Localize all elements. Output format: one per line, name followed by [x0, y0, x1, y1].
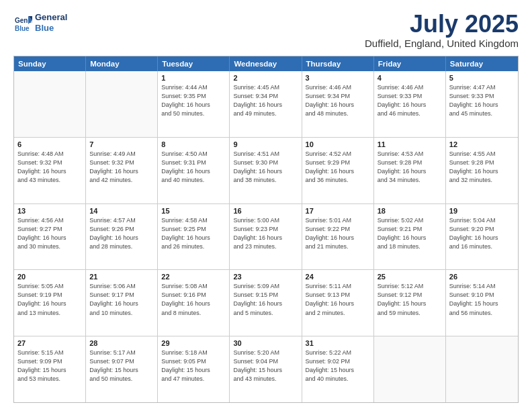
calendar-empty	[374, 336, 446, 402]
logo-icon: General Blue	[13, 13, 32, 32]
calendar-day: 5Sunrise: 4:47 AM Sunset: 9:33 PM Daylig…	[446, 71, 518, 137]
calendar-day: 28Sunrise: 5:17 AM Sunset: 9:07 PM Dayli…	[86, 336, 158, 402]
calendar-day: 25Sunrise: 5:12 AM Sunset: 9:12 PM Dayli…	[374, 270, 446, 336]
calendar-day: 8Sunrise: 4:50 AM Sunset: 9:31 PM Daylig…	[158, 138, 230, 203]
day-details: Sunrise: 4:51 AM Sunset: 9:30 PM Dayligh…	[233, 150, 298, 185]
day-number: 6	[17, 140, 82, 148]
calendar-row: 20Sunrise: 5:05 AM Sunset: 9:19 PM Dayli…	[14, 269, 518, 336]
calendar-day: 19Sunrise: 5:04 AM Sunset: 9:20 PM Dayli…	[446, 204, 518, 270]
day-details: Sunrise: 4:52 AM Sunset: 9:29 PM Dayligh…	[306, 150, 370, 185]
day-number: 2	[233, 74, 298, 82]
day-number: 21	[89, 273, 154, 281]
calendar-row: 6Sunrise: 4:48 AM Sunset: 9:32 PM Daylig…	[14, 137, 518, 203]
day-details: Sunrise: 4:44 AM Sunset: 9:35 PM Dayligh…	[161, 83, 226, 118]
calendar-day: 15Sunrise: 4:58 AM Sunset: 9:25 PM Dayli…	[158, 204, 230, 270]
day-number: 5	[449, 74, 515, 82]
calendar-day: 10Sunrise: 4:52 AM Sunset: 9:29 PM Dayli…	[302, 138, 374, 203]
day-details: Sunrise: 5:17 AM Sunset: 9:07 PM Dayligh…	[89, 349, 154, 383]
day-details: Sunrise: 4:57 AM Sunset: 9:26 PM Dayligh…	[89, 216, 154, 251]
calendar-day: 12Sunrise: 4:55 AM Sunset: 9:28 PM Dayli…	[446, 138, 518, 203]
day-details: Sunrise: 4:50 AM Sunset: 9:31 PM Dayligh…	[161, 150, 226, 185]
day-details: Sunrise: 5:12 AM Sunset: 9:12 PM Dayligh…	[378, 282, 442, 317]
calendar-day: 3Sunrise: 4:46 AM Sunset: 9:34 PM Daylig…	[302, 71, 374, 137]
calendar-day: 13Sunrise: 4:56 AM Sunset: 9:27 PM Dayli…	[14, 204, 86, 270]
day-details: Sunrise: 5:05 AM Sunset: 9:19 PM Dayligh…	[17, 282, 82, 317]
calendar-day: 18Sunrise: 5:02 AM Sunset: 9:21 PM Dayli…	[374, 204, 446, 270]
day-details: Sunrise: 5:09 AM Sunset: 9:15 PM Dayligh…	[233, 282, 298, 317]
day-details: Sunrise: 4:47 AM Sunset: 9:33 PM Dayligh…	[449, 83, 515, 118]
day-number: 14	[89, 207, 154, 215]
weekday-header: Wednesday	[230, 56, 302, 71]
calendar-row: 27Sunrise: 5:15 AM Sunset: 9:09 PM Dayli…	[14, 336, 518, 402]
calendar-day: 17Sunrise: 5:01 AM Sunset: 9:22 PM Dayli…	[302, 204, 374, 270]
calendar-row: 13Sunrise: 4:56 AM Sunset: 9:27 PM Dayli…	[14, 203, 518, 270]
day-details: Sunrise: 5:04 AM Sunset: 9:20 PM Dayligh…	[449, 216, 515, 251]
calendar-day: 6Sunrise: 4:48 AM Sunset: 9:32 PM Daylig…	[14, 138, 86, 203]
day-number: 18	[378, 207, 442, 215]
calendar-day: 4Sunrise: 4:46 AM Sunset: 9:33 PM Daylig…	[374, 71, 446, 137]
day-number: 25	[378, 273, 442, 281]
day-number: 12	[449, 140, 515, 148]
calendar-empty	[446, 336, 518, 402]
location: Duffield, England, United Kingdom	[365, 38, 519, 49]
day-number: 30	[233, 339, 298, 347]
day-number: 17	[306, 207, 370, 215]
calendar-day: 26Sunrise: 5:14 AM Sunset: 9:10 PM Dayli…	[446, 270, 518, 336]
day-number: 1	[161, 74, 226, 82]
calendar-header: SundayMondayTuesdayWednesdayThursdayFrid…	[14, 56, 518, 71]
day-details: Sunrise: 5:02 AM Sunset: 9:21 PM Dayligh…	[378, 216, 442, 251]
title-block: July 2025 Duffield, England, United King…	[365, 12, 519, 49]
calendar: SundayMondayTuesdayWednesdayThursdayFrid…	[13, 56, 519, 403]
day-number: 20	[17, 273, 82, 281]
calendar-day: 16Sunrise: 5:00 AM Sunset: 9:23 PM Dayli…	[230, 204, 302, 270]
day-details: Sunrise: 4:56 AM Sunset: 9:27 PM Dayligh…	[17, 216, 82, 251]
day-number: 29	[161, 339, 226, 347]
calendar-day: 27Sunrise: 5:15 AM Sunset: 9:09 PM Dayli…	[14, 336, 86, 402]
day-details: Sunrise: 5:14 AM Sunset: 9:10 PM Dayligh…	[449, 282, 515, 317]
day-number: 15	[161, 207, 226, 215]
day-details: Sunrise: 4:46 AM Sunset: 9:33 PM Dayligh…	[378, 83, 442, 118]
weekday-header: Friday	[374, 56, 446, 71]
day-number: 3	[306, 74, 370, 82]
calendar-day: 11Sunrise: 4:53 AM Sunset: 9:28 PM Dayli…	[374, 138, 446, 203]
day-number: 22	[161, 273, 226, 281]
calendar-day: 2Sunrise: 4:45 AM Sunset: 9:34 PM Daylig…	[230, 71, 302, 137]
month-title: July 2025	[365, 12, 519, 36]
day-details: Sunrise: 5:22 AM Sunset: 9:02 PM Dayligh…	[306, 349, 370, 383]
day-number: 11	[378, 140, 442, 148]
day-number: 16	[233, 207, 298, 215]
calendar-day: 23Sunrise: 5:09 AM Sunset: 9:15 PM Dayli…	[230, 270, 302, 336]
calendar-day: 7Sunrise: 4:49 AM Sunset: 9:32 PM Daylig…	[86, 138, 158, 203]
calendar-row: 1Sunrise: 4:44 AM Sunset: 9:35 PM Daylig…	[14, 71, 518, 137]
day-number: 19	[449, 207, 515, 215]
calendar-day: 14Sunrise: 4:57 AM Sunset: 9:26 PM Dayli…	[86, 204, 158, 270]
logo-line1: General	[35, 12, 67, 23]
calendar-day: 9Sunrise: 4:51 AM Sunset: 9:30 PM Daylig…	[230, 138, 302, 203]
weekday-header: Thursday	[302, 56, 374, 71]
calendar-day: 21Sunrise: 5:06 AM Sunset: 9:17 PM Dayli…	[86, 270, 158, 336]
day-number: 27	[17, 339, 82, 347]
day-number: 7	[89, 140, 154, 148]
day-details: Sunrise: 5:00 AM Sunset: 9:23 PM Dayligh…	[233, 216, 298, 251]
weekday-header: Sunday	[14, 56, 86, 71]
calendar-day: 22Sunrise: 5:08 AM Sunset: 9:16 PM Dayli…	[158, 270, 230, 336]
day-details: Sunrise: 5:18 AM Sunset: 9:05 PM Dayligh…	[161, 349, 226, 383]
day-details: Sunrise: 4:55 AM Sunset: 9:28 PM Dayligh…	[449, 150, 515, 185]
day-number: 23	[233, 273, 298, 281]
day-details: Sunrise: 5:15 AM Sunset: 9:09 PM Dayligh…	[17, 349, 82, 383]
calendar-day: 20Sunrise: 5:05 AM Sunset: 9:19 PM Dayli…	[14, 270, 86, 336]
day-details: Sunrise: 4:46 AM Sunset: 9:34 PM Dayligh…	[306, 83, 370, 118]
day-details: Sunrise: 5:11 AM Sunset: 9:13 PM Dayligh…	[306, 282, 370, 317]
svg-text:Blue: Blue	[15, 25, 30, 32]
day-number: 31	[306, 339, 370, 347]
calendar-day: 1Sunrise: 4:44 AM Sunset: 9:35 PM Daylig…	[158, 71, 230, 137]
day-details: Sunrise: 5:20 AM Sunset: 9:04 PM Dayligh…	[233, 349, 298, 383]
calendar-day: 30Sunrise: 5:20 AM Sunset: 9:04 PM Dayli…	[230, 336, 302, 402]
page-header: General Blue General Blue July 2025 Duff…	[13, 12, 519, 49]
day-details: Sunrise: 4:48 AM Sunset: 9:32 PM Dayligh…	[17, 150, 82, 185]
logo: General Blue General Blue	[13, 12, 67, 33]
calendar-day: 31Sunrise: 5:22 AM Sunset: 9:02 PM Dayli…	[302, 336, 374, 402]
calendar-body: 1Sunrise: 4:44 AM Sunset: 9:35 PM Daylig…	[14, 71, 518, 402]
calendar-empty	[14, 71, 86, 137]
day-number: 8	[161, 140, 226, 148]
